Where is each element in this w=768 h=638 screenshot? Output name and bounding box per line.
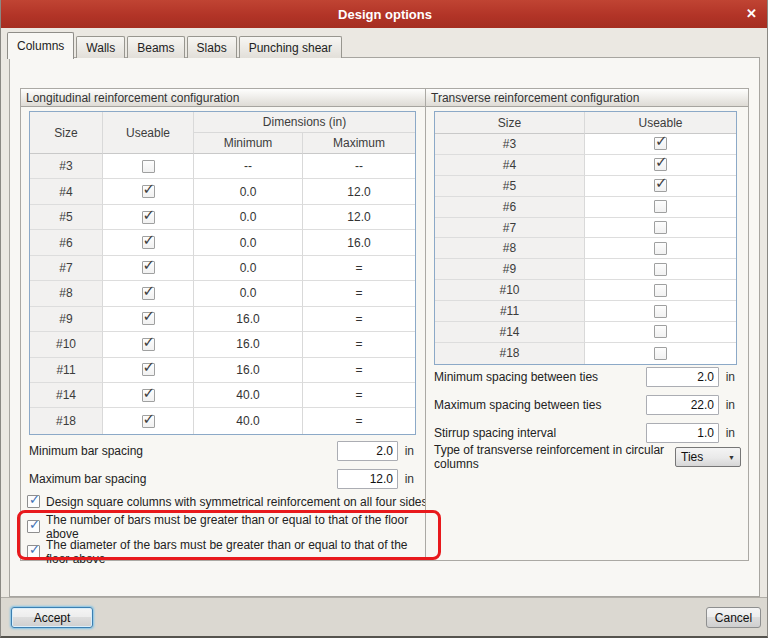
field-input[interactable]: 1.0 <box>646 423 719 443</box>
maximum-cell[interactable]: -- <box>303 154 415 179</box>
checked-checkbox-icon[interactable] <box>27 520 40 533</box>
useable-cell[interactable] <box>103 205 194 230</box>
useable-cell[interactable] <box>103 358 194 383</box>
minimum-cell[interactable]: 40.0 <box>194 408 303 433</box>
checked-checkbox-icon[interactable] <box>142 261 155 274</box>
unchecked-checkbox-icon[interactable] <box>142 160 155 173</box>
checked-checkbox-icon[interactable] <box>142 287 155 300</box>
tab-columns[interactable]: Columns <box>7 32 74 59</box>
longitudinal-table-body: #3 -- -- #4 0.0 12.0 #5 0.0 12.0 #6 0.0 … <box>30 154 415 434</box>
field-unit: in <box>398 472 414 486</box>
circular-columns-row: Type of transverse reinforcement in circ… <box>434 447 741 467</box>
useable-cell[interactable] <box>103 281 194 306</box>
size-cell: #18 <box>30 408 103 433</box>
checked-checkbox-icon[interactable] <box>654 137 667 150</box>
minimum-cell[interactable]: 0.0 <box>194 281 303 306</box>
option-row[interactable]: Design square columns with symmetrical r… <box>27 489 433 514</box>
useable-cell[interactable] <box>585 176 736 197</box>
unchecked-checkbox-icon[interactable] <box>654 325 667 338</box>
useable-cell[interactable] <box>585 155 736 176</box>
minimum-cell[interactable]: 0.0 <box>194 256 303 281</box>
field-input[interactable]: 2.0 <box>646 367 719 387</box>
tab-walls[interactable]: Walls <box>76 36 125 58</box>
unchecked-checkbox-icon[interactable] <box>654 221 667 234</box>
checked-checkbox-icon[interactable] <box>27 495 40 508</box>
checked-checkbox-icon[interactable] <box>142 312 155 325</box>
useable-cell[interactable] <box>103 307 194 332</box>
option-row[interactable]: The number of bars must be greater than … <box>27 514 433 539</box>
longitudinal-table: Size Useable Dimensions (in) Minimum Max… <box>29 111 416 435</box>
accept-button[interactable]: Accept <box>11 607 93 628</box>
field-input[interactable]: 2.0 <box>337 441 398 461</box>
useable-cell[interactable] <box>585 259 736 280</box>
transverse-group-title: Transverse reinforcement configuration <box>426 89 748 107</box>
option-row[interactable]: The diameter of the bars must be greater… <box>27 539 433 564</box>
cancel-button[interactable]: Cancel <box>706 607 761 628</box>
transverse-type-dropdown[interactable]: Ties ▼ <box>675 447 741 467</box>
maximum-cell[interactable]: = <box>303 332 415 357</box>
useable-cell[interactable] <box>585 322 736 343</box>
checked-checkbox-icon[interactable] <box>142 211 155 224</box>
close-icon[interactable]: ✕ <box>746 5 757 22</box>
size-cell: #14 <box>30 383 103 408</box>
checked-checkbox-icon[interactable] <box>142 363 155 376</box>
field-input[interactable]: 12.0 <box>337 469 398 489</box>
column-header-minimum: Minimum <box>194 133 303 154</box>
checked-checkbox-icon[interactable] <box>142 389 155 402</box>
minimum-cell[interactable]: 16.0 <box>194 332 303 357</box>
useable-cell[interactable] <box>585 301 736 322</box>
maximum-cell[interactable]: = <box>303 408 415 433</box>
checked-checkbox-icon[interactable] <box>654 179 667 192</box>
checked-checkbox-icon[interactable] <box>142 338 155 351</box>
unchecked-checkbox-icon[interactable] <box>654 284 667 297</box>
minimum-cell[interactable]: 0.0 <box>194 179 303 204</box>
unchecked-checkbox-icon[interactable] <box>654 200 667 213</box>
unchecked-checkbox-icon[interactable] <box>654 347 667 360</box>
maximum-cell[interactable]: = <box>303 281 415 306</box>
maximum-cell[interactable]: = <box>303 307 415 332</box>
useable-cell[interactable] <box>103 408 194 433</box>
minimum-cell[interactable]: 0.0 <box>194 205 303 230</box>
minimum-cell[interactable]: -- <box>194 154 303 179</box>
tab-slabs[interactable]: Slabs <box>187 36 237 58</box>
maximum-cell[interactable]: 16.0 <box>303 230 415 255</box>
maximum-cell[interactable]: = <box>303 358 415 383</box>
useable-cell[interactable] <box>103 383 194 408</box>
size-cell: #14 <box>435 322 585 343</box>
useable-cell[interactable] <box>585 218 736 239</box>
maximum-cell[interactable]: 12.0 <box>303 179 415 204</box>
checked-checkbox-icon[interactable] <box>142 185 155 198</box>
size-cell: #18 <box>435 343 585 364</box>
minimum-cell[interactable]: 40.0 <box>194 383 303 408</box>
useable-cell[interactable] <box>585 197 736 218</box>
tab-punching-shear[interactable]: Punching shear <box>239 36 342 58</box>
maximum-cell[interactable]: = <box>303 383 415 408</box>
useable-cell[interactable] <box>585 238 736 259</box>
checked-checkbox-icon[interactable] <box>27 545 40 558</box>
table-row: #6 0.0 16.0 <box>30 230 415 255</box>
field-input[interactable]: 22.0 <box>646 395 719 415</box>
useable-cell[interactable] <box>103 230 194 255</box>
useable-cell[interactable] <box>585 343 736 364</box>
unchecked-checkbox-icon[interactable] <box>654 242 667 255</box>
option-label: Design square columns with symmetrical r… <box>46 495 431 509</box>
minimum-cell[interactable]: 16.0 <box>194 307 303 332</box>
useable-cell[interactable] <box>103 332 194 357</box>
size-cell: #6 <box>30 230 103 255</box>
minimum-cell[interactable]: 0.0 <box>194 230 303 255</box>
maximum-cell[interactable]: = <box>303 256 415 281</box>
checked-checkbox-icon[interactable] <box>654 158 667 171</box>
useable-cell[interactable] <box>103 179 194 204</box>
useable-cell[interactable] <box>103 256 194 281</box>
field-unit: in <box>398 444 414 458</box>
useable-cell[interactable] <box>103 154 194 179</box>
tab-beams[interactable]: Beams <box>127 36 184 58</box>
unchecked-checkbox-icon[interactable] <box>654 263 667 276</box>
checked-checkbox-icon[interactable] <box>142 415 155 428</box>
unchecked-checkbox-icon[interactable] <box>654 305 667 318</box>
maximum-cell[interactable]: 12.0 <box>303 205 415 230</box>
minimum-cell[interactable]: 16.0 <box>194 358 303 383</box>
useable-cell[interactable] <box>585 134 736 155</box>
useable-cell[interactable] <box>585 280 736 301</box>
checked-checkbox-icon[interactable] <box>142 236 155 249</box>
